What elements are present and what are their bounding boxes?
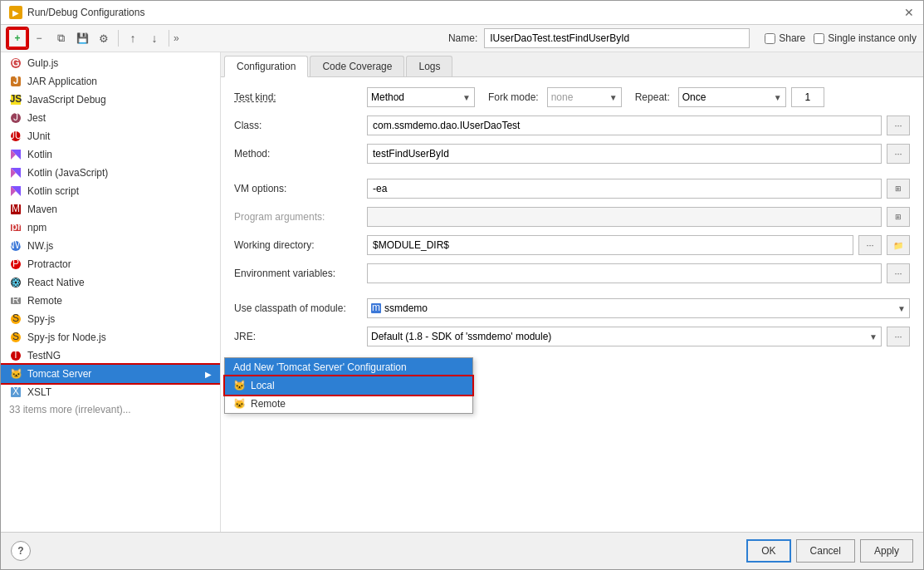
cancel-button[interactable]: Cancel bbox=[796, 539, 855, 563]
sidebar-item-spyjs[interactable]: S Spy-js bbox=[1, 310, 220, 328]
sidebar-item-kotlinjs[interactable]: Kotlin (JavaScript) bbox=[1, 164, 220, 182]
method-browse-button[interactable]: ··· bbox=[887, 144, 910, 164]
class-browse-button[interactable]: ··· bbox=[887, 115, 910, 135]
sidebar-item-more[interactable]: 33 items more (irrelevant)... bbox=[1, 401, 220, 418]
dropdown-header[interactable]: Add New 'Tomcat Server' Configuration bbox=[225, 358, 472, 376]
repeat-arrow-icon: ▼ bbox=[774, 93, 782, 102]
svg-text:npm: npm bbox=[10, 222, 22, 233]
sidebar-item-npm[interactable]: npm npm bbox=[1, 219, 220, 237]
sidebar-label-reactnative: React Native bbox=[27, 277, 85, 288]
sidebar-item-jest[interactable]: J Jest bbox=[1, 109, 220, 127]
sidebar-label-testng: TestNG bbox=[27, 350, 61, 361]
help-button[interactable]: ? bbox=[11, 541, 31, 561]
program-args-label: Program arguments: bbox=[234, 211, 367, 223]
working-dir-browse-button[interactable]: ··· bbox=[858, 235, 882, 255]
save-config-button[interactable]: 💾 bbox=[72, 28, 92, 48]
name-input[interactable] bbox=[484, 28, 750, 48]
sidebar-item-jar[interactable]: J JAR Application bbox=[1, 72, 220, 91]
repeat-select[interactable]: Once ▼ bbox=[678, 87, 786, 107]
tab-configuration[interactable]: Configuration bbox=[224, 56, 308, 77]
sidebar-item-jsdebug[interactable]: JS JavaScript Debug bbox=[1, 91, 220, 109]
tab-logs[interactable]: Logs bbox=[406, 56, 452, 76]
env-vars-input[interactable] bbox=[367, 263, 882, 283]
vm-options-label: VM options: bbox=[234, 183, 367, 194]
apply-button[interactable]: Apply bbox=[860, 539, 913, 563]
sidebar-item-junit[interactable]: JU JUnit bbox=[1, 127, 220, 145]
sidebar-label-spyjsnode: Spy-js for Node.js bbox=[27, 332, 106, 343]
env-vars-label: Environment variables: bbox=[234, 268, 367, 279]
tab-code-coverage[interactable]: Code Coverage bbox=[310, 56, 404, 76]
sidebar-label-kotlinscript: Kotlin script bbox=[27, 185, 79, 197]
sidebar-label-xslt: XSLT bbox=[27, 386, 51, 398]
window-title: Run/Debug Configurations bbox=[27, 7, 144, 18]
vm-options-browse-button[interactable]: ⊞ bbox=[887, 179, 910, 199]
dropdown-item-local[interactable]: 🐱 Local bbox=[225, 376, 472, 395]
share-checkbox-label[interactable]: Share bbox=[765, 32, 805, 44]
svg-text:m: m bbox=[372, 303, 380, 313]
gulp-icon: G bbox=[9, 57, 22, 70]
add-config-button[interactable]: + bbox=[7, 28, 27, 48]
classpath-select[interactable]: m ssmdemo ▼ bbox=[367, 298, 910, 318]
test-kind-row: Test kind: Method ▼ Fork mode: none ▼ Re… bbox=[234, 87, 910, 107]
settings-button[interactable]: ⚙ bbox=[94, 28, 114, 48]
toolbar: + − ⧉ 💾 ⚙ ↑ ↓ » Name: Share bbox=[1, 25, 923, 52]
jre-browse-button[interactable]: ··· bbox=[887, 327, 910, 346]
program-args-input[interactable] bbox=[367, 207, 882, 227]
class-input[interactable] bbox=[367, 115, 882, 135]
sidebar-item-kotlin[interactable]: Kotlin bbox=[1, 145, 220, 164]
vm-options-input[interactable] bbox=[367, 179, 882, 199]
sidebar-item-kotlinscript[interactable]: Kotlin script bbox=[1, 182, 220, 200]
close-button[interactable]: ✕ bbox=[903, 7, 915, 18]
sidebar-scroll: G Gulp.js J JAR Application bbox=[1, 54, 220, 530]
working-dir-label: Working directory: bbox=[234, 239, 367, 251]
sidebar-label-nwjs: NW.js bbox=[27, 240, 53, 252]
share-checkbox[interactable] bbox=[765, 33, 775, 44]
test-kind-select[interactable]: Method ▼ bbox=[367, 87, 475, 107]
sidebar-item-gulp[interactable]: G Gulp.js bbox=[1, 54, 220, 72]
method-label: Method: bbox=[234, 148, 367, 160]
dropdown-item-remote[interactable]: 🐱 Remote bbox=[225, 395, 472, 413]
sidebar-item-remote[interactable]: R Remote bbox=[1, 292, 220, 310]
sidebar-item-nwjs[interactable]: NW NW.js bbox=[1, 237, 220, 255]
svg-text:JU: JU bbox=[10, 130, 22, 141]
sidebar-item-tomcat[interactable]: 🐱 Tomcat Server ▶ bbox=[1, 365, 220, 383]
sidebar-item-reactnative[interactable]: React Native bbox=[1, 273, 220, 292]
working-dir-input[interactable] bbox=[367, 235, 853, 255]
vm-options-row: VM options: ⊞ bbox=[234, 179, 910, 199]
svg-text:X: X bbox=[12, 386, 19, 397]
name-field-label: Name: bbox=[448, 32, 477, 44]
sidebar-label-maven: Maven bbox=[27, 204, 57, 215]
sidebar-item-testng[interactable]: T TestNG bbox=[1, 346, 220, 365]
svg-text:NW: NW bbox=[10, 240, 22, 251]
single-instance-checkbox-label[interactable]: Single instance only bbox=[814, 32, 917, 44]
toolbar-separator-2 bbox=[169, 30, 169, 47]
svg-text:S: S bbox=[12, 313, 19, 324]
fork-mode-select[interactable]: none ▼ bbox=[547, 87, 622, 107]
sidebar-item-xslt[interactable]: X XSLT bbox=[1, 383, 220, 401]
toolbar-separator bbox=[118, 30, 119, 47]
program-args-browse-button[interactable]: ⊞ bbox=[887, 207, 910, 227]
move-down-button[interactable]: ↓ bbox=[144, 28, 164, 48]
svg-point-24 bbox=[11, 278, 21, 287]
sidebar-item-spyjsnode[interactable]: S Spy-js for Node.js bbox=[1, 328, 220, 346]
bottom-buttons: OK Cancel Apply bbox=[746, 539, 913, 563]
repeat-count-input[interactable] bbox=[791, 87, 824, 107]
kotlin-icon bbox=[9, 148, 22, 161]
test-kind-arrow-icon: ▼ bbox=[462, 93, 471, 102]
jre-select[interactable]: Default (1.8 - SDK of 'ssmdemo' module) … bbox=[367, 327, 882, 346]
sidebar-item-protractor[interactable]: P Protractor bbox=[1, 255, 220, 273]
sidebar-item-maven[interactable]: M Maven bbox=[1, 200, 220, 219]
move-up-button[interactable]: ↑ bbox=[123, 28, 143, 48]
method-input[interactable] bbox=[367, 144, 882, 164]
single-instance-checkbox[interactable] bbox=[814, 33, 824, 44]
working-dir-folder-button[interactable]: 📁 bbox=[887, 235, 910, 255]
tomcat-dropdown: Add New 'Tomcat Server' Configuration 🐱 … bbox=[224, 357, 473, 414]
fork-mode-arrow-icon: ▼ bbox=[609, 93, 618, 102]
remove-config-button[interactable]: − bbox=[29, 28, 49, 48]
ok-button[interactable]: OK bbox=[746, 539, 790, 563]
copy-config-button[interactable]: ⧉ bbox=[51, 28, 71, 48]
tomcat-icon: 🐱 bbox=[9, 367, 22, 381]
sidebar-label-spyjs: Spy-js bbox=[27, 313, 55, 325]
method-row: Method: ··· bbox=[234, 144, 910, 164]
env-vars-browse-button[interactable]: ··· bbox=[887, 263, 910, 283]
